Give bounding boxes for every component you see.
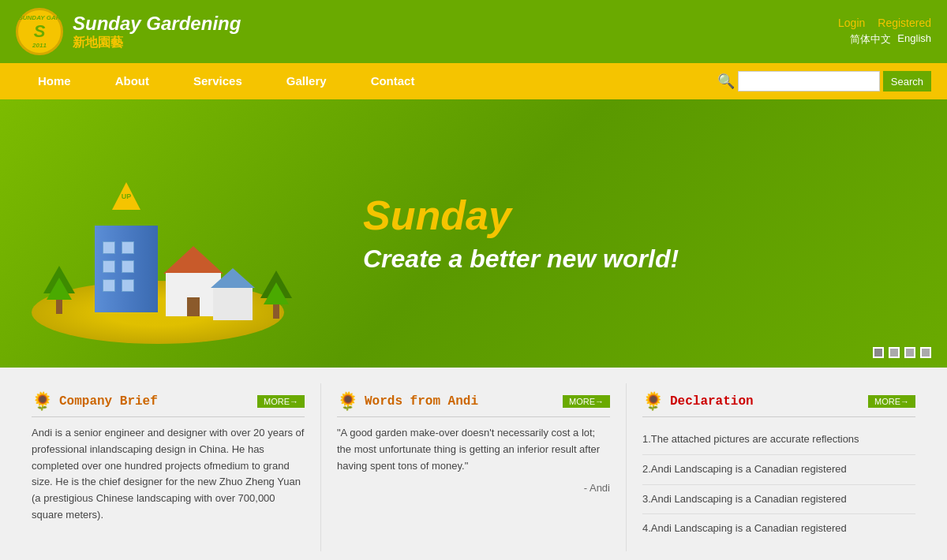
dot-2[interactable] <box>889 347 900 358</box>
sunflower-icon-2: 🌻 <box>337 391 358 412</box>
company-brief-col: 🌻 Company Brief MORE→ Andi is a senior e… <box>16 383 321 551</box>
tree-left <box>43 266 75 314</box>
auth-links: Login Registered <box>838 17 931 29</box>
company-brief-header: 🌻 Company Brief MORE→ <box>32 391 305 417</box>
header-right: Login Registered 简体中文 English <box>838 17 931 47</box>
declaration-list-item: 4.Andi Landscaping is a Canadian registe… <box>642 514 915 543</box>
logo-text: Sunday Gardening 新地園藝 <box>73 13 241 51</box>
nav-gallery[interactable]: Gallery <box>264 63 349 99</box>
tree-trunk <box>56 300 62 314</box>
words-andi-quote: "A good garden make-over doesn't necessa… <box>337 425 610 474</box>
logo-year: 2011 <box>32 42 47 49</box>
hero-text: Sunday Create a better new world! <box>331 170 947 297</box>
login-link[interactable]: Login <box>838 17 865 29</box>
words-andi-header: 🌻 Words from Andi MORE→ <box>337 391 610 417</box>
building-body <box>95 226 158 312</box>
site-title: Sunday Gardening <box>73 13 241 35</box>
search-area: 🔍 Search <box>717 71 931 91</box>
words-andi-author: - Andi <box>337 480 610 497</box>
company-brief-body: Andi is a senior engineer and designer w… <box>32 425 305 524</box>
lang-en-link[interactable]: English <box>897 32 931 47</box>
content-section: 🌻 Company Brief MORE→ Andi is a senior e… <box>0 368 947 560</box>
nav-services[interactable]: Services <box>171 63 264 99</box>
nav-home[interactable]: Home <box>16 63 93 99</box>
declaration-title: Declaration <box>670 394 754 409</box>
nav-contact[interactable]: Contact <box>349 63 437 99</box>
declaration-more[interactable]: MORE→ <box>868 395 915 408</box>
hero-illustration: UP <box>0 107 331 360</box>
sunflower-icon-3: 🌻 <box>642 391 664 412</box>
declaration-list: 1.The attached pictures are accurate ref… <box>642 425 915 543</box>
logo-circle: SUNDAY GAR S 2011 <box>16 8 63 55</box>
words-andi-title-area: 🌻 Words from Andi <box>337 391 478 412</box>
building: UP <box>95 210 158 312</box>
tree-top2 <box>264 282 289 304</box>
window <box>122 241 134 254</box>
site-subtitle: 新地園藝 <box>73 35 241 51</box>
hero-section: UP <box>0 99 947 368</box>
window <box>122 279 134 292</box>
small-house <box>213 287 253 320</box>
window <box>122 260 134 273</box>
declaration-header: 🌻 Declaration MORE→ <box>642 391 915 417</box>
logo-area: SUNDAY GAR S 2011 Sunday Gardening 新地園藝 <box>16 8 241 55</box>
hero-title: Sunday <box>363 193 915 238</box>
company-brief-title-area: 🌻 Company Brief <box>32 391 158 412</box>
window <box>103 260 115 273</box>
site-header: SUNDAY GAR S 2011 Sunday Gardening 新地園藝 … <box>0 0 947 63</box>
search-input[interactable] <box>738 71 880 91</box>
declaration-col: 🌻 Declaration MORE→ 1.The attached pictu… <box>627 383 931 551</box>
sunflower-icon: 🌻 <box>32 391 53 412</box>
company-brief-title: Company Brief <box>59 394 158 409</box>
nav-links: Home About Services Gallery Contact <box>16 63 717 99</box>
search-icon: 🔍 <box>717 73 735 90</box>
words-andi-more[interactable]: MORE→ <box>563 395 610 408</box>
declaration-list-item: 1.The attached pictures are accurate ref… <box>642 425 915 455</box>
dot-3[interactable] <box>904 347 915 358</box>
declaration-body: 1.The attached pictures are accurate ref… <box>642 425 915 543</box>
small-house-body <box>213 287 253 320</box>
nav-about[interactable]: About <box>93 63 171 99</box>
words-andi-col: 🌻 Words from Andi MORE→ "A good garden m… <box>321 383 627 551</box>
dot-4[interactable] <box>920 347 931 358</box>
navbar: Home About Services Gallery Contact 🔍 Se… <box>0 63 947 99</box>
words-andi-body: "A good garden make-over doesn't necessa… <box>337 425 610 497</box>
declaration-list-item: 3.Andi Landscaping is a Canadian registe… <box>642 485 915 515</box>
tree-trunk <box>273 304 279 319</box>
search-button[interactable]: Search <box>883 71 931 91</box>
small-house-roof <box>211 268 255 288</box>
lang-links: 简体中文 English <box>850 32 931 47</box>
window <box>103 279 115 292</box>
dot-1[interactable] <box>873 347 884 358</box>
logo-s: S <box>34 21 46 42</box>
slider-dots <box>873 347 931 358</box>
house-door <box>187 297 200 316</box>
declaration-list-item: 2.Andi Landscaping is a Canadian registe… <box>642 455 915 485</box>
declaration-title-area: 🌻 Declaration <box>642 391 754 412</box>
logo-top-text: SUNDAY GAR <box>18 14 60 21</box>
register-link[interactable]: Registered <box>878 17 931 29</box>
building-windows <box>103 241 134 292</box>
lang-zh-link[interactable]: 简体中文 <box>850 32 891 47</box>
window <box>103 241 115 254</box>
tree-top2 <box>47 278 72 300</box>
words-andi-title: Words from Andi <box>365 394 478 409</box>
tree-right <box>260 271 292 319</box>
up-label: UP <box>122 192 132 200</box>
hero-tagline: Create a better new world! <box>363 245 915 274</box>
company-brief-more[interactable]: MORE→ <box>257 395 305 408</box>
